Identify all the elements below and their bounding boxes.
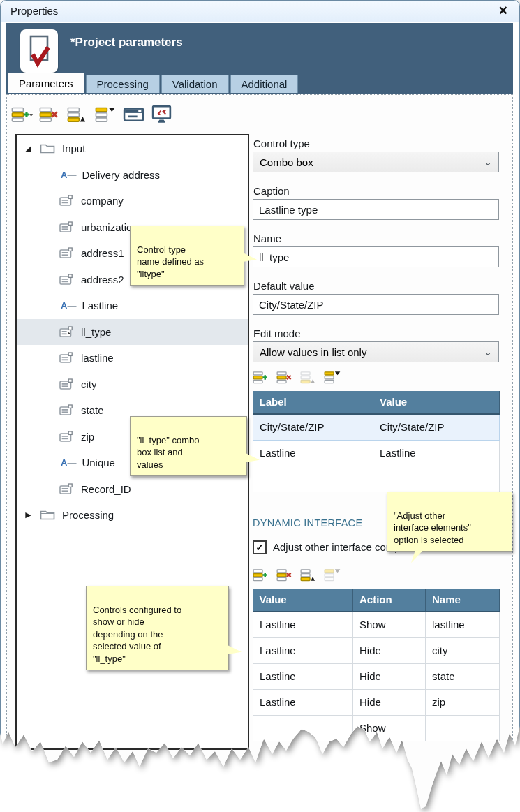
tree-item-label: address2 [81, 274, 124, 286]
text-field-icon [59, 483, 74, 495]
add-parameter-icon[interactable] [11, 105, 33, 124]
tab-additional[interactable]: Additional [230, 75, 299, 93]
tree-item-label: Delivery address [82, 169, 160, 181]
tab-page-parameters: ◢InputA—Delivery addresscompanyurbanizat… [6, 94, 513, 812]
table-cell[interactable]: Lastline [253, 440, 373, 466]
tab-validation[interactable]: Validation [161, 75, 229, 93]
text-field-icon [59, 274, 74, 286]
table-cell[interactable]: Lastline [253, 663, 353, 689]
default-value-field[interactable] [253, 294, 499, 315]
sort-parameters-icon[interactable] [95, 105, 117, 124]
table-cell[interactable] [426, 715, 500, 741]
table-cell[interactable]: lastline [426, 612, 500, 638]
checkbox-check-icon[interactable]: ✓ [253, 540, 267, 554]
close-icon[interactable]: ✕ [498, 3, 508, 19]
tree-item-delivery-address[interactable]: A—Delivery address [17, 162, 248, 189]
delete-list-item-icon[interactable] [276, 370, 294, 385]
tree-item-company[interactable]: company [17, 188, 248, 214]
delete-parameter-icon[interactable] [39, 105, 61, 124]
tree-item-lastline[interactable]: lastline [17, 345, 248, 371]
tree-item-processing[interactable]: ▶Processing [17, 502, 248, 529]
table-row[interactable]: LastlineHidestate [253, 663, 500, 689]
text-field-icon [59, 404, 74, 416]
table-cell[interactable]: city [426, 637, 500, 663]
table-cell[interactable]: Show [353, 715, 426, 741]
table-cell[interactable]: Hide [353, 663, 426, 689]
table-row[interactable]: LastlineHidezip [253, 689, 500, 715]
tree-item-label: state [81, 404, 104, 416]
expanded-arrow-icon[interactable]: ◢ [23, 144, 34, 153]
preview-form-icon[interactable] [151, 105, 172, 125]
tree-item-label: lastline [81, 352, 114, 364]
page-title: *Project parameters [70, 36, 183, 50]
form-layout-icon[interactable] [123, 105, 144, 124]
table-cell[interactable]: Lastline [253, 612, 353, 638]
name-field[interactable] [253, 246, 499, 267]
callout-show-hide-rules: Controls configured to show or hide depe… [86, 586, 229, 670]
tree-item-lastline[interactable]: A—Lastline [17, 293, 248, 319]
chevron-down-icon: ⌄ [484, 348, 492, 355]
tree-item-record-id[interactable]: Record_ID [17, 476, 248, 503]
table-cell[interactable]: Hide [353, 689, 426, 715]
table-cell[interactable]: Lastline [373, 440, 500, 466]
tree-item-ll-type[interactable]: ll_type [17, 319, 248, 346]
tree-item-input[interactable]: ◢Input [17, 135, 248, 162]
parameter-details-panel: Control type Combo box ⌄ Caption Name De… [253, 134, 499, 741]
tree-item-label: Record_ID [81, 483, 131, 495]
table-row[interactable] [253, 466, 500, 492]
add-rule-icon[interactable] [253, 568, 270, 583]
table-row[interactable]: City/State/ZIPCity/State/ZIP [253, 414, 500, 441]
text-field-icon [59, 195, 74, 207]
folder-icon [40, 509, 55, 521]
name-label: Name [253, 232, 499, 244]
checked-document-icon [20, 29, 58, 73]
table-cell[interactable]: Lastline [253, 637, 353, 663]
control-type-select[interactable]: Combo box ⌄ [253, 152, 499, 172]
tree-item-label: address1 [81, 247, 124, 259]
delete-rule-icon[interactable] [276, 568, 294, 583]
edit-mode-value: Allow values in list only [260, 346, 366, 358]
control-type-label: Control type [253, 138, 499, 149]
column-header-value: Value [253, 589, 353, 612]
list-values-table: LabelValueCity/State/ZIPCity/State/ZIPLa… [253, 391, 500, 492]
static-label-icon: A— [61, 300, 76, 311]
edit-mode-select[interactable]: Allow values in list only ⌄ [253, 341, 499, 362]
tree-item-label: Unique [82, 457, 115, 468]
static-label-icon: A— [61, 170, 76, 180]
tree-item-label: city [81, 378, 97, 390]
table-row[interactable]: LastlineLastline [253, 440, 500, 466]
table-row[interactable]: LastlineHidecity [253, 637, 500, 663]
table-cell[interactable] [253, 466, 373, 492]
list-values-toolbar [253, 370, 499, 385]
table-cell[interactable]: City/State/ZIP [253, 414, 373, 441]
tab-processing[interactable]: Processing [86, 75, 160, 93]
caption-label: Caption [253, 185, 499, 197]
dynamic-rules-table: ValueActionNameLastlineShowlastlineLastl… [253, 589, 500, 741]
add-list-item-icon[interactable] [253, 370, 270, 385]
column-header-action: Action [353, 589, 426, 612]
table-cell[interactable] [253, 715, 353, 741]
move-rule-icon[interactable] [300, 568, 318, 583]
tab-parameters[interactable]: Parameters [8, 73, 84, 93]
table-row[interactable]: LastlineShowlastline [253, 612, 500, 638]
caption-field[interactable] [253, 199, 499, 220]
tree-item-city[interactable]: city [17, 371, 248, 398]
collapsed-arrow-icon[interactable]: ▶ [23, 510, 34, 519]
move-parameter-icon[interactable] [67, 105, 89, 124]
table-cell[interactable]: Show [353, 612, 426, 638]
table-cell[interactable]: City/State/ZIP [373, 414, 500, 441]
callout-control-type-name: Control type name defined as "lltype" [130, 226, 244, 286]
table-cell[interactable] [373, 466, 500, 492]
table-cell[interactable]: Hide [353, 637, 426, 663]
tree-item-label: company [81, 195, 124, 207]
column-header-label: Label [253, 391, 373, 414]
table-row[interactable]: Show [253, 715, 500, 741]
table-cell[interactable]: zip [426, 689, 500, 715]
dynamic-rules-toolbar [253, 568, 499, 583]
text-field-icon [59, 352, 74, 364]
sort-list-items-icon[interactable] [324, 370, 341, 385]
table-cell[interactable]: state [426, 663, 500, 689]
properties-window: Properties ✕ *Project parameters Paramet… [0, 0, 520, 812]
header-band: *Project parameters ParametersProcessing… [6, 23, 513, 94]
table-cell[interactable]: Lastline [253, 689, 353, 715]
